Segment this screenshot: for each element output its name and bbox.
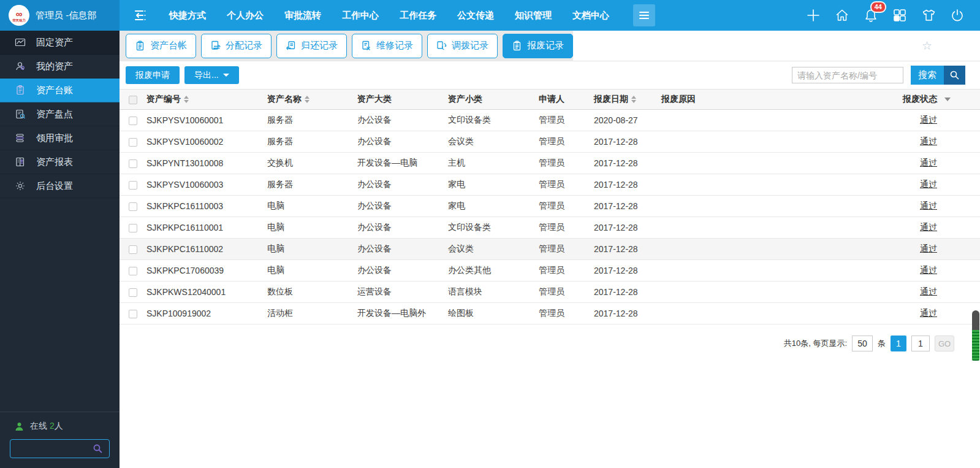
record-tab[interactable]: 调拨记录 [427,34,498,58]
sort-icon[interactable] [631,96,636,103]
nav-item[interactable]: 文档中心 [562,10,620,21]
record-tab[interactable]: 资产台帐 [126,34,196,58]
sidebar-search-box [10,439,110,458]
cell-applicant: 管理员 [536,131,591,153]
table-row[interactable]: SJKPYNT13010008 交换机 开发设备—电脑 主机 管理员 2017-… [120,153,980,174]
scrap-apply-button[interactable]: 报废申请 [126,66,180,84]
status-link[interactable]: 通过 [920,115,937,125]
cell-scrap-date: 2017-12-28 [591,282,659,303]
record-tab[interactable]: 归还记录 [276,34,347,58]
nav-item[interactable]: 知识管理 [504,10,562,21]
row-checkbox[interactable] [129,288,137,297]
nav-item[interactable]: 工作中心 [332,10,389,21]
status-filter-caret-icon[interactable] [944,98,951,101]
record-tab[interactable]: 报废记录 [503,34,573,58]
table-row[interactable]: SJKP100919002 活动柜 开发设备—电脑外 绘图板 管理员 2017-… [120,303,980,324]
status-link[interactable]: 通过 [920,222,937,232]
sidebar-item[interactable]: 后台设置 [0,174,120,198]
row-checkbox[interactable] [129,224,137,232]
row-checkbox[interactable] [129,245,137,254]
company-logo: ∞ 华天动力 [9,5,29,26]
sidebar-item[interactable]: 我的资产 [0,55,120,79]
cell-applicant: 管理员 [536,239,591,260]
page-size-input[interactable] [852,336,873,351]
topbar: ∞ 华天动力 管理员 -信息部 快捷方式个人办公审批流转工作中心工作任务公文传递… [0,0,980,31]
table-row[interactable]: SJKPKPC17060039 电脑 办公设备 办公类其他 管理员 2017-1… [120,260,980,282]
cell-subcategory: 会议类 [446,239,536,260]
status-link[interactable]: 通过 [920,286,937,296]
record-tab-label: 资产台帐 [150,40,187,52]
row-checkbox[interactable] [129,267,137,275]
record-tab[interactable]: 分配记录 [201,34,272,58]
nav-more-button[interactable] [633,4,655,26]
export-dropdown-button[interactable]: 导出... [184,66,239,84]
sidebar-item[interactable]: 领用审批 [0,126,120,150]
cell-scrap-date: 2017-12-28 [591,239,659,260]
select-all-checkbox[interactable] [129,96,137,104]
main-content: 资产台帐 分配记录 归还记录 维修记录 [120,31,980,468]
asset-search-input[interactable] [792,67,903,83]
export-label: 导出... [194,70,219,81]
status-link[interactable]: 通过 [920,158,937,167]
sidebar-search-icon[interactable] [93,443,103,454]
row-checkbox[interactable] [129,159,137,168]
row-checkbox[interactable] [129,181,137,190]
status-link[interactable]: 通过 [920,136,937,146]
current-page-button[interactable]: 1 [891,336,906,351]
record-tab-icon [286,40,296,51]
col-asset-code[interactable]: 资产编号 [144,90,265,110]
status-link[interactable]: 通过 [920,244,937,253]
table-row[interactable]: SJKPKPC16110001 电脑 办公设备 文印设备类 管理员 2017-1… [120,217,980,239]
row-checkbox[interactable] [129,138,137,147]
cell-scrap-reason [659,153,900,174]
cell-scrap-reason [659,239,900,260]
page-jump-input[interactable] [911,336,930,351]
status-link[interactable]: 通过 [920,265,937,275]
table-row[interactable]: SJKPYSV10060002 服务器 办公设备 会议类 管理员 2017-12… [120,131,980,153]
sidebar-item[interactable]: 资产盘点 [0,102,120,126]
status-link[interactable]: 通过 [920,201,937,210]
row-checkbox[interactable] [129,310,137,318]
add-icon[interactable] [802,4,825,27]
cell-applicant: 管理员 [536,260,591,282]
nav-item[interactable]: 工作任务 [389,10,447,21]
row-checkbox[interactable] [129,117,137,125]
table-row[interactable]: SJKPKPC16110003 电脑 办公设备 家电 管理员 2017-12-2… [120,196,980,217]
col-asset-name[interactable]: 资产名称 [265,90,355,110]
sidebar-collapse-icon[interactable] [132,9,148,22]
sidebar-item[interactable]: 资产台账 [0,79,120,102]
record-tab[interactable]: 维修记录 [352,34,422,58]
logout-power-icon[interactable] [946,4,969,27]
status-link[interactable]: 通过 [920,308,937,318]
table-row[interactable]: SJKPYSV10060001 服务器 办公设备 文印设备类 管理员 2020-… [120,110,980,131]
notifications-bell-icon[interactable]: 44 [859,4,883,27]
nav-item[interactable]: 快捷方式 [159,10,216,21]
go-button[interactable]: GO [935,336,954,351]
nav-item[interactable]: 公文传递 [447,10,504,21]
nav-item[interactable]: 个人办公 [216,10,274,21]
custom-scrollbar-thumb[interactable] [972,310,979,361]
sidebar-item-label: 资产盘点 [36,109,73,120]
search-button[interactable]: 搜索 [911,66,965,85]
sidebar-item[interactable]: 固定资产 [0,31,120,55]
online-count: 2 [50,421,55,431]
home-icon[interactable] [830,4,854,27]
status-link[interactable]: 通过 [920,179,937,189]
scrollbar-stripes [972,330,979,361]
table-row[interactable]: SJKPYSV10060003 服务器 办公设备 家电 管理员 2017-12-… [120,174,980,196]
table-row[interactable]: SJKPKPC16110002 电脑 办公设备 会议类 管理员 2017-12-… [120,239,980,260]
sort-icon[interactable] [305,96,310,103]
col-scrap-date[interactable]: 报废日期 [591,90,659,110]
sort-icon[interactable] [184,96,189,103]
apps-grid-icon[interactable] [888,4,911,27]
cell-category: 办公设备 [355,174,446,196]
row-checkbox[interactable] [129,202,137,211]
nav-item[interactable]: 审批流转 [274,10,332,21]
sidebar-search-input[interactable] [17,444,93,453]
sidebar-item[interactable]: 资产报表 [0,150,120,174]
col-scrap-status[interactable]: 报废状态 [900,90,980,110]
table-row[interactable]: SJKPKWS12040001 数位板 运营设备 语言模块 管理员 2017-1… [120,282,980,303]
favorite-star-icon[interactable]: ☆ [922,39,932,53]
theme-shirt-icon[interactable] [917,4,940,27]
cell-asset-code: SJKP100919002 [144,303,265,324]
